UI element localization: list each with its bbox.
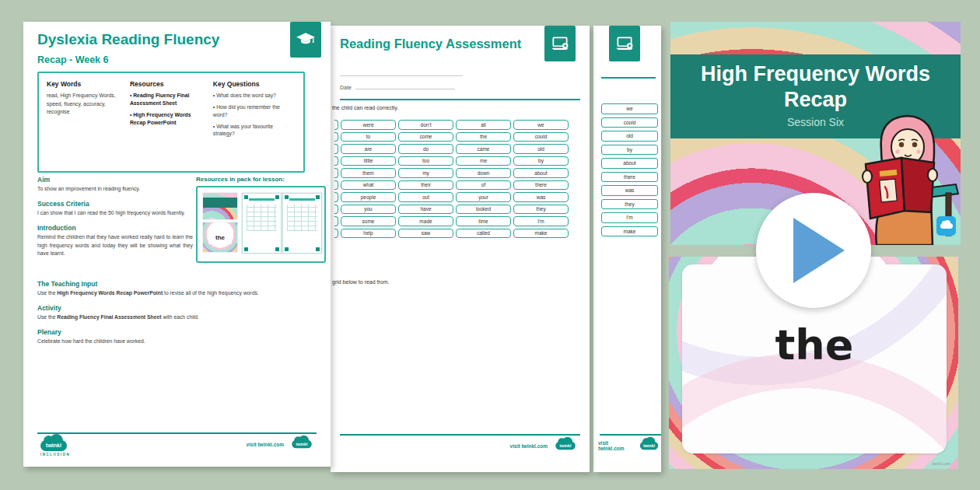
resource-item: Reading Fluency Final Assessment Sheet <box>130 92 205 107</box>
assessment-instruction: the child can read correctly. <box>332 105 398 110</box>
thumbnail-title-slide <box>203 193 237 219</box>
word-grid-cell: I'm <box>513 216 569 226</box>
word-grid-cell: they <box>513 205 569 215</box>
word-grid-cell-cutoff <box>334 156 338 166</box>
word-grid-cell-cutoff <box>334 180 338 191</box>
word-grid-cell: don't <box>398 120 453 130</box>
word-grid-cell-cutoff <box>334 229 338 239</box>
word-grid-cell: there <box>513 180 569 191</box>
word-grid-cell: some <box>341 216 396 226</box>
word-cell: we <box>601 103 658 114</box>
success-criteria-section: Success Criteria I can show that I can r… <box>37 200 193 217</box>
word-grid-row: helpsawcalledmake <box>334 229 569 239</box>
word-grid-cell: was <box>513 192 569 202</box>
word-grid-cell: your <box>456 192 511 202</box>
word-grid-cell: were <box>341 120 396 130</box>
thumbnail-banner <box>203 198 237 208</box>
aim-section: Aim To show an improvement in reading fl… <box>37 176 193 193</box>
date-row: Date <box>340 85 455 90</box>
plenary-section: Plenary Celebrate how hard the children … <box>37 328 308 345</box>
key-question-item: What does the word say? <box>213 92 296 100</box>
assessment-title: Reading Fluency Assessment <box>340 37 521 51</box>
word-grid-cell: their <box>398 180 453 191</box>
name-line <box>340 75 463 76</box>
word-grid-cell-cutoff <box>334 120 338 130</box>
plenary-text: Celebrate how hard the children have wor… <box>37 338 308 345</box>
word-grid-row: somemadetimeI'm <box>334 216 569 226</box>
word-cell: was <box>601 185 658 196</box>
word-grid-cell: come <box>398 132 453 142</box>
word-grid-cell: do <box>398 144 453 154</box>
resources-list: Reading Fluency Final Assessment SheetHi… <box>130 92 205 126</box>
visit-link: visit twinkl.com twinkl <box>247 439 315 450</box>
resource-item: High Frequency Words Recap PowerPoint <box>130 111 205 127</box>
footer-divider <box>340 434 580 436</box>
divider-rule <box>601 77 656 79</box>
activity-text: Use the Reading Fluency Final Assessment… <box>37 313 308 321</box>
lesson-sections-left: Aim To show an improvement in reading fl… <box>37 176 193 264</box>
activity-heading: Activity <box>37 304 308 312</box>
word-grid-cell: of <box>456 180 511 191</box>
plenary-heading: Plenary <box>37 328 308 336</box>
back-assessment-page: wecouldoldbyabouttherewastheyI'mmake vis… <box>593 26 661 472</box>
introduction-text: Remind the children that they have worke… <box>37 233 193 257</box>
twinkl-logo <box>936 216 956 236</box>
key-questions-list: What does the word say?How did you remem… <box>213 92 296 138</box>
word-grid-row: aredocameold <box>334 144 569 154</box>
twinkl-inclusion-logo: twinkl INCLUSION <box>40 440 70 457</box>
page-title: Dyslexia Reading Fluency <box>37 31 219 48</box>
key-questions-heading: Key Questions <box>213 80 296 88</box>
grid-note: grid below to read from. <box>332 279 390 285</box>
word-grid-row: whattheirofthere <box>334 180 569 191</box>
word-cell: they <box>601 199 658 210</box>
word-grid-cell: about <box>513 168 569 178</box>
visit-link: visit twinkl.com twinkl <box>598 440 661 451</box>
thumbnail-word: the <box>208 231 232 244</box>
slide-footer-url: twinkl.com <box>933 461 950 466</box>
word-grid-cell-cutoff <box>334 192 338 202</box>
word-grid-cell: are <box>341 144 396 154</box>
aim-text: To show an improvement in reading fluenc… <box>37 185 193 193</box>
thumbnail-assessment-sheet <box>242 193 282 254</box>
graduation-cap-icon <box>290 22 321 58</box>
word-grid-cell: old <box>513 144 569 154</box>
key-info-box: Key Words read, High Frequency Words, sp… <box>37 72 305 173</box>
teaching-input-text: Use the High Frequency Words Recap Power… <box>37 289 308 297</box>
play-button[interactable] <box>756 193 871 308</box>
word-grid-cell: to <box>341 132 396 142</box>
key-words-heading: Key Words <box>47 80 122 88</box>
word-cell: about <box>601 158 658 169</box>
word-cell: old <box>601 131 658 142</box>
introduction-section: Introduction Remind the children that th… <box>37 224 193 257</box>
word-cell: could <box>601 117 658 128</box>
word-grid-cell-cutoff <box>334 168 338 178</box>
logo-subtext: INCLUSION <box>40 453 70 457</box>
twinkl-cloud-icon <box>940 223 953 229</box>
date-label: Date <box>340 85 352 90</box>
resource-pack-preview: Dyslexia Reading Fluency Recap - Week 6 … <box>0 0 980 490</box>
date-line <box>355 89 455 89</box>
word-grid-cell: them <box>341 168 396 178</box>
word-grid-cell: made <box>398 216 453 226</box>
word-column: wecouldoldbyabouttherewastheyI'mmake <box>601 103 658 240</box>
success-criteria-heading: Success Criteria <box>37 200 193 208</box>
assessment-sheet-page: Reading Fluency Assessment Date the chil… <box>331 26 590 472</box>
key-question-item: What was your favourite strategy? <box>213 123 296 138</box>
resources-column: Resources Reading Fluency Final Assessme… <box>130 80 213 164</box>
twinkl-cloud-icon: twinkl <box>640 442 658 450</box>
word-grid-cell: out <box>398 192 453 202</box>
word-grid-cell: my <box>398 168 453 178</box>
footer-divider <box>600 434 661 436</box>
lesson-sections-full: The Teaching Input Use the High Frequenc… <box>37 280 308 353</box>
laptop-icon <box>609 26 640 61</box>
activity-section: Activity Use the Reading Fluency Final A… <box>37 304 308 321</box>
word-grid-cell-cutoff <box>334 144 338 154</box>
word-cell: there <box>601 172 658 183</box>
resources-pack-heading: Resources in pack for lesson: <box>196 176 285 183</box>
thumbnail-assessment-sheet <box>282 193 322 254</box>
word-grid-table: weredon'tallwetocomethecouldaredocameold… <box>332 117 571 240</box>
word-grid-cell: the <box>456 132 511 142</box>
key-words-column: Key Words read, High Frequency Words, sp… <box>47 80 130 164</box>
word-grid-cell: make <box>513 229 569 239</box>
word-cell: I'm <box>601 212 658 223</box>
